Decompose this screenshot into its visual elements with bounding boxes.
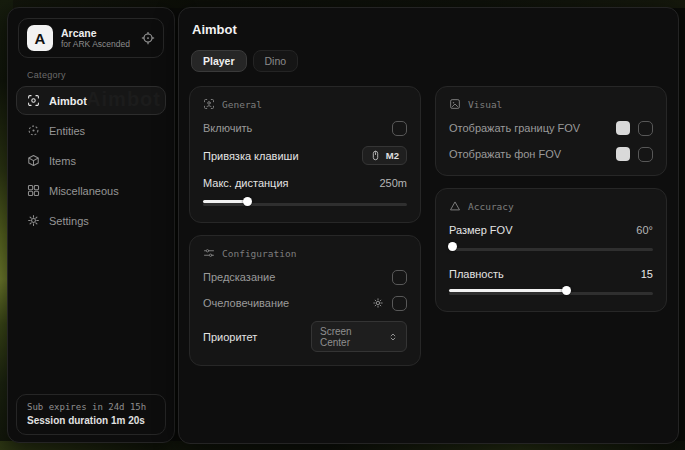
max-distance-slider[interactable] xyxy=(203,200,407,209)
tab-player[interactable]: Player xyxy=(191,50,247,72)
image-icon xyxy=(449,98,461,110)
priority-label: Приоритет xyxy=(203,331,257,343)
grid-icon xyxy=(27,184,40,197)
card-visual: Visual Отображать границу FOV Отображать… xyxy=(435,86,667,176)
sliders-icon xyxy=(203,247,215,259)
fov-border-color-swatch[interactable] xyxy=(616,121,630,135)
sidebar: A Arcane for ARK Ascended Category xyxy=(7,7,175,443)
aimbot-watermark: Aimbot xyxy=(86,88,161,111)
card-title-text: Visual xyxy=(468,99,502,110)
humanize-label: Очеловечивание xyxy=(203,297,289,309)
slider-track[interactable] xyxy=(449,248,653,251)
fov-bg-checkbox[interactable] xyxy=(638,147,653,162)
fov-border-label: Отображать границу FOV xyxy=(449,122,580,134)
sidebar-item-label: Miscellaneous xyxy=(49,185,119,197)
smoothness-value: 15 xyxy=(641,268,653,280)
sidebar-item-entities[interactable]: Entities xyxy=(16,116,166,145)
crosshair-scan-icon xyxy=(27,94,40,107)
sidebar-item-aimbot[interactable]: Aimbot Aimbot xyxy=(16,86,166,115)
mouse-icon xyxy=(370,150,381,161)
max-distance-value: 250m xyxy=(379,177,407,189)
main-panel: Aimbot Player Dino General xyxy=(178,7,679,444)
fov-bg-color-swatch[interactable] xyxy=(616,147,630,161)
priority-dropdown[interactable]: Screen Center xyxy=(311,321,407,352)
slider-fill[interactable] xyxy=(449,245,453,248)
sidebar-item-label: Items xyxy=(49,155,76,167)
max-distance-label: Макс. дистанция xyxy=(203,177,289,189)
app-logo: A xyxy=(27,25,53,51)
enable-checkbox[interactable] xyxy=(392,121,407,136)
keybind-value: M2 xyxy=(386,150,399,161)
smoothness-label: Плавность xyxy=(449,268,504,280)
card-configuration: Configuration Предсказание Очеловечивани… xyxy=(189,235,421,366)
card-general: General Включить Привязка клавиши xyxy=(189,86,421,223)
radar-icon xyxy=(27,124,40,137)
tab-bar: Player Dino xyxy=(191,50,668,72)
category-label: Category xyxy=(27,70,174,80)
sub-expiry-text: Sub expires in 24d 15h xyxy=(27,402,155,412)
sidebar-item-items[interactable]: Items xyxy=(16,146,166,175)
slider-track[interactable] xyxy=(203,203,407,206)
slider-fill[interactable] xyxy=(203,200,248,203)
fov-size-label: Размер FOV xyxy=(449,224,512,236)
app-name: Arcane xyxy=(61,27,130,39)
fov-size-slider[interactable] xyxy=(449,245,653,254)
fov-border-checkbox[interactable] xyxy=(638,121,653,136)
page-title: Aimbot xyxy=(192,22,668,37)
sidebar-nav: Aimbot Aimbot Entities Items xyxy=(8,86,174,235)
card-accuracy: Accuracy Размер FOV 60° Плавность 15 xyxy=(435,188,667,312)
sidebar-item-settings[interactable]: Settings xyxy=(16,206,166,235)
card-title-text: Configuration xyxy=(222,248,296,259)
cards-grid: General Включить Привязка клавиши xyxy=(189,86,668,366)
priority-value: Screen Center xyxy=(320,326,382,348)
sidebar-item-label: Settings xyxy=(49,215,89,227)
smoothness-slider[interactable] xyxy=(449,289,653,298)
keybind-button[interactable]: M2 xyxy=(362,146,407,165)
enable-label: Включить xyxy=(203,122,252,134)
humanize-checkbox[interactable] xyxy=(392,296,407,311)
tab-dino[interactable]: Dino xyxy=(253,50,299,72)
card-title-text: General xyxy=(222,99,262,110)
slider-fill[interactable] xyxy=(449,289,567,292)
sidebar-item-label: Entities xyxy=(49,125,85,137)
prediction-label: Предсказание xyxy=(203,271,275,283)
fov-size-value: 60° xyxy=(636,224,653,236)
chevrons-up-down-icon xyxy=(388,332,398,342)
sidebar-item-miscellaneous[interactable]: Miscellaneous xyxy=(16,176,166,205)
gear-icon xyxy=(27,214,40,227)
brand-header: A Arcane for ARK Ascended xyxy=(18,18,164,58)
triangle-icon xyxy=(449,200,461,212)
humanize-settings-gear-icon[interactable] xyxy=(372,297,384,309)
cube-icon xyxy=(27,154,40,167)
sidebar-item-label: Aimbot xyxy=(49,95,87,107)
card-title-text: Accuracy xyxy=(468,201,514,212)
fov-bg-label: Отображать фон FOV xyxy=(449,148,561,160)
slider-track[interactable] xyxy=(449,292,653,295)
crosshair-icon[interactable] xyxy=(141,31,155,45)
prediction-checkbox[interactable] xyxy=(392,270,407,285)
session-duration-text: Session duration 1m 20s xyxy=(27,415,155,426)
person-scan-icon xyxy=(203,98,215,110)
app-subtitle: for ARK Ascended xyxy=(61,40,130,50)
subscription-box: Sub expires in 24d 15h Session duration … xyxy=(16,394,166,435)
keybind-label: Привязка клавиши xyxy=(203,150,299,162)
